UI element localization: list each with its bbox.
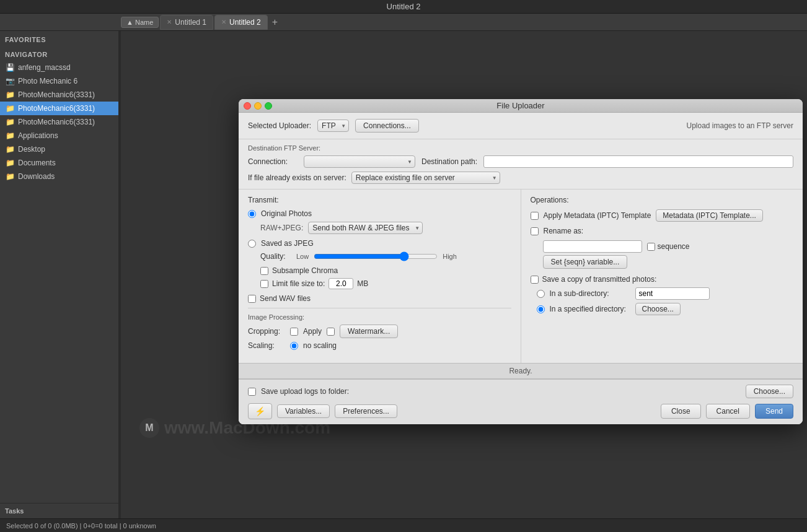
operations-header: Operations: <box>531 196 794 204</box>
exists-select-wrapper[interactable]: Replace existing file on server <box>351 172 500 184</box>
subdir-input[interactable] <box>635 287 710 300</box>
connections-button[interactable]: Connections... <box>355 119 419 133</box>
sidebar-item-label: PhotoMechanic6(3331) <box>18 104 95 113</box>
rename-checkbox[interactable] <box>531 227 539 235</box>
folder-icon: 📁 <box>5 158 15 168</box>
exists-label: If file already exists on server: <box>248 173 346 182</box>
preferences-button[interactable]: Preferences... <box>335 404 397 418</box>
crop-apply-checkbox[interactable] <box>290 328 298 336</box>
connection-select[interactable] <box>304 155 415 168</box>
minimize-traffic-light[interactable] <box>254 102 262 110</box>
tab-close-icon-2[interactable]: ✕ <box>221 19 226 25</box>
sequence-checkbox[interactable] <box>647 243 655 251</box>
limit-mb-input[interactable] <box>329 278 353 289</box>
subsample-checkbox[interactable] <box>260 267 268 275</box>
exists-row: If file already exists on server: Replac… <box>248 172 793 184</box>
sidebar-item-desktop[interactable]: 📁 Desktop <box>0 142 118 156</box>
modal-overlay: File Uploader Selected Uploader: FTP Con… <box>121 31 807 518</box>
quality-high: High <box>443 253 457 260</box>
sidebar-item-documents[interactable]: 📁 Documents <box>0 156 118 170</box>
watermark-button[interactable]: Watermark... <box>340 325 398 338</box>
tab-add-button[interactable]: + <box>269 17 281 28</box>
no-scaling-radio[interactable] <box>290 342 298 350</box>
watermark-checkbox[interactable] <box>327 328 335 336</box>
uploader-select[interactable]: FTP <box>317 120 349 132</box>
ftp-section: Destination FTP Server: Connection: Dest… <box>239 139 803 190</box>
sidebar-item-anfeng[interactable]: 💾 anfeng_macssd <box>0 61 118 74</box>
rename-input[interactable] <box>543 240 642 253</box>
folder-icon: 📁 <box>5 144 15 154</box>
ftp-section-title: Destination FTP Server: <box>248 144 793 152</box>
uploader-select-wrapper[interactable]: FTP <box>317 120 349 132</box>
send-button[interactable]: Send <box>755 404 793 419</box>
saved-as-jpeg-row: Saved as JPEG <box>248 239 511 248</box>
limit-size-row: Limit file size to: MB <box>260 278 511 289</box>
lightning-button[interactable]: ⚡ <box>248 403 272 419</box>
sidebar-item-label: Applications <box>18 131 58 140</box>
specdir-radio[interactable] <box>537 305 545 313</box>
save-copy-checkbox[interactable] <box>531 276 539 284</box>
dest-path-input[interactable] <box>483 155 793 168</box>
sidebar-item-label: Photo Mechanic 6 <box>18 77 77 85</box>
wav-checkbox[interactable] <box>248 295 256 303</box>
ready-bar: Ready. <box>239 363 803 379</box>
set-seqn-button[interactable]: Set {seqn} variable... <box>543 255 628 269</box>
close-traffic-light[interactable] <box>244 102 251 110</box>
dialog-titlebar: File Uploader <box>239 99 803 113</box>
folder-icon: 📁 <box>5 90 15 100</box>
save-log-checkbox[interactable] <box>248 388 256 396</box>
tasks-label: Tasks <box>5 507 113 515</box>
raw-jpeg-select-wrapper[interactable]: Send both RAW & JPEG files <box>308 222 423 234</box>
tab-untitled1[interactable]: ✕ Untitled 1 <box>160 15 213 30</box>
connection-select-wrapper[interactable] <box>304 155 415 168</box>
no-scaling-label: no scaling <box>303 341 337 350</box>
sidebar-item-applications[interactable]: 📁 Applications <box>0 129 118 142</box>
subdir-radio[interactable] <box>537 290 545 298</box>
saved-as-jpeg-radio[interactable] <box>248 240 256 248</box>
tab-close-icon[interactable]: ✕ <box>167 19 172 25</box>
scale-row: Scaling: no scaling <box>248 341 511 350</box>
cancel-button[interactable]: Cancel <box>706 404 750 419</box>
uploader-row: Selected Uploader: FTP Connections... Up… <box>239 113 803 139</box>
save-log-label: Save upload logs to folder: <box>261 387 349 396</box>
exists-select[interactable]: Replace existing file on server <box>351 172 500 184</box>
content-area: M www.MacDown.com File Uploader <box>121 31 807 518</box>
sidebar-item-pm3331-1[interactable]: 📁 PhotoMechanic6(3331) <box>0 88 118 102</box>
close-button[interactable]: Close <box>661 404 701 419</box>
sidebar-item-pm3331-2[interactable]: 📁 PhotoMechanic6(3331) <box>0 102 118 115</box>
rename-input-row: sequence <box>543 240 794 253</box>
sidebar-item-pm3331-3[interactable]: 📁 PhotoMechanic6(3331) <box>0 115 118 129</box>
favorites-label: Favorites <box>0 31 118 46</box>
crop-apply-label: Apply <box>303 327 322 336</box>
tab-label-1: Untitled 1 <box>175 18 206 27</box>
dest-path-label: Destination path: <box>421 157 477 166</box>
file-uploader-dialog: File Uploader Selected Uploader: FTP Con… <box>239 99 803 424</box>
original-photos-radio[interactable] <box>248 210 256 218</box>
metadata-template-button[interactable]: Metadata (IPTC) Template... <box>656 209 763 222</box>
choose-dir-button[interactable]: Choose... <box>635 303 681 315</box>
choose-log-button[interactable]: Choose... <box>746 385 793 398</box>
original-photos-row: Original Photos <box>248 209 511 218</box>
maximize-traffic-light[interactable] <box>265 102 272 110</box>
sidebar-item-photomechanic6[interactable]: 📷 Photo Mechanic 6 <box>0 74 118 88</box>
specdir-row: In a specified directory: Choose... <box>537 303 794 315</box>
rename-row: Rename as: <box>531 227 794 235</box>
sidebar-item-label: Documents <box>18 159 56 167</box>
tab-untitled2[interactable]: ✕ Untitled 2 <box>214 15 268 30</box>
quality-slider[interactable] <box>314 251 438 261</box>
sort-button[interactable]: ▲ Name <box>121 17 159 28</box>
traffic-lights <box>244 102 272 110</box>
status-bar: Selected 0 of 0 (0.0MB) | 0+0=0 total | … <box>0 518 807 532</box>
dialog-bottom: Save upload logs to folder: Choose... ⚡ … <box>239 379 803 424</box>
dialog-title: File Uploader <box>496 101 544 110</box>
variables-button[interactable]: Variables... <box>277 404 330 418</box>
ready-label: Ready. <box>509 367 532 375</box>
limit-size-checkbox[interactable] <box>260 280 268 288</box>
upload-description: Upload images to an FTP server <box>686 121 793 130</box>
img-proc-label: Image Processing: <box>248 313 511 321</box>
sidebar-item-downloads[interactable]: 📁 Downloads <box>0 170 118 183</box>
scaling-label: Scaling: <box>248 341 285 350</box>
apply-metadata-checkbox[interactable] <box>531 212 539 220</box>
raw-jpeg-select[interactable]: Send both RAW & JPEG files <box>308 222 423 234</box>
subsample-label: Subsample Chroma <box>272 266 338 275</box>
